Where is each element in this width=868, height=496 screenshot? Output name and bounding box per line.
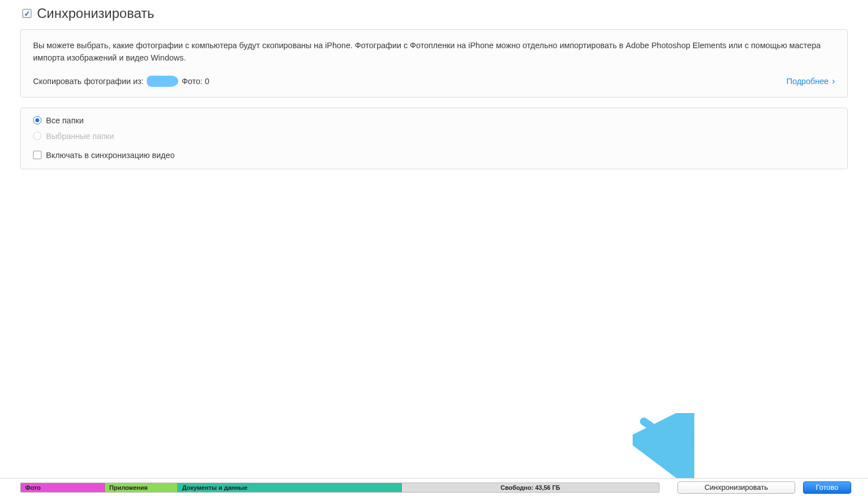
copy-from-label: Скопировать фотографии из: [33, 77, 143, 86]
chevron-right-icon: › [832, 76, 835, 86]
include-video-checkbox[interactable] [33, 151, 41, 159]
selected-folders-label: Выбранные папки [46, 132, 114, 141]
all-folders-label: Все папки [46, 116, 83, 125]
description-text: Вы можете выбрать, какие фотографии с ко… [33, 40, 835, 64]
footer-bar: Фото Приложения Документы и данные Свобо… [0, 478, 868, 496]
selected-folders-radio [33, 132, 41, 140]
storage-segment-free: Свободно: 43,56 ГБ [402, 483, 659, 492]
storage-segment-apps: Приложения [105, 483, 178, 492]
learn-more-label: Подробнее [786, 77, 828, 86]
done-button[interactable]: Готово [803, 481, 851, 494]
learn-more-link[interactable]: Подробнее › [786, 76, 835, 86]
arrow-annotation-icon [633, 413, 700, 480]
storage-segment-photo: Фото [21, 483, 105, 492]
storage-bar[interactable]: Фото Приложения Документы и данные Свобо… [20, 483, 660, 493]
page-title: Синхронизировать [37, 6, 154, 21]
source-dropdown[interactable] [147, 76, 178, 87]
all-folders-radio[interactable] [33, 116, 41, 124]
sync-button-label: Синхронизировать [704, 483, 768, 492]
sync-button[interactable]: Синхронизировать [677, 481, 795, 494]
check-icon: ✓ [24, 10, 30, 17]
options-panel: Все папки Выбранные папки Включать в син… [20, 108, 848, 169]
photo-count-label: Фото: 0 [182, 77, 209, 86]
done-button-label: Готово [816, 483, 838, 492]
info-panel: Вы можете выбрать, какие фотографии с ко… [20, 29, 848, 98]
storage-segment-docs: Документы и данные [178, 483, 402, 492]
sync-enable-checkbox[interactable]: ✓ [22, 9, 31, 18]
include-video-label: Включать в синхронизацию видео [46, 151, 175, 160]
